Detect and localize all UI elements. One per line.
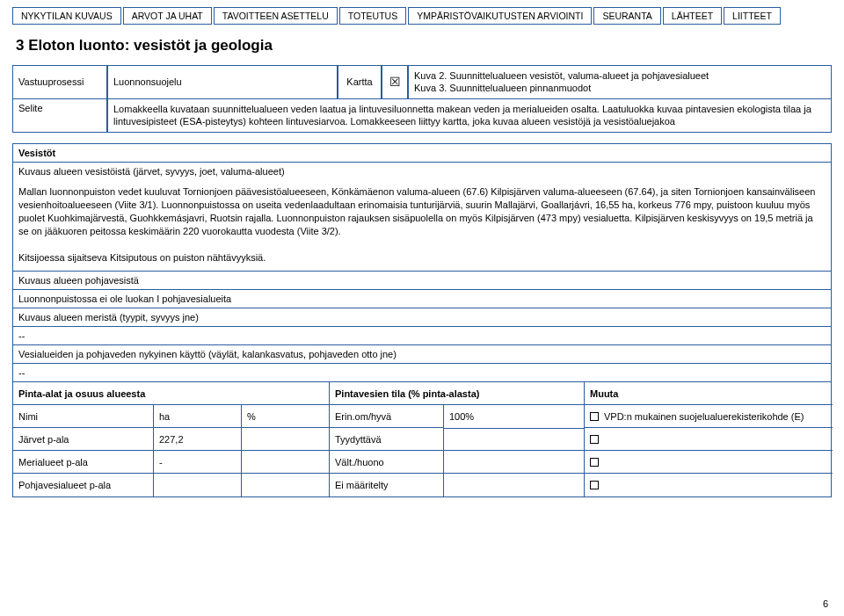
vpd-cell: VPD:n mukainen suojelualuerekisterikohde… <box>585 405 833 428</box>
body-paragraph: Mallan luonnonpuiston vedet kuuluvat Tor… <box>13 180 831 272</box>
meta-row-2: Selite Lomakkeella kuvataan suunnittelua… <box>12 98 832 134</box>
eimaar-val <box>444 474 585 496</box>
body-text-2: Kitsijoessa sijaitseva Kitsiputous on pu… <box>18 252 266 263</box>
tab-bar: NYKYTILAN KUVAUS ARVOT JA UHAT TAVOITTEE… <box>12 7 832 25</box>
tyydy-val <box>444 428 585 451</box>
col-tyydy: Tyydyttävä <box>330 428 444 451</box>
selite-body: Lomakkeella kuvataan suunnittelualueen v… <box>107 98 832 134</box>
vastuu-label: Vastuuprosessi <box>12 65 107 99</box>
tab-arvot[interactable]: ARVOT JA UHAT <box>123 7 212 25</box>
row-pohja-name: Pohjavesialueet p-ala <box>13 474 154 496</box>
merista-body: -- <box>13 327 831 345</box>
tab-lahteet[interactable]: LÄHTEET <box>663 7 722 25</box>
row-meri-ha: - <box>154 451 242 474</box>
col-erin: Erin.om/hyvä <box>330 405 444 428</box>
tab-ymparisto[interactable]: YMPÄRISTÖVAIKUTUSTEN ARVIOINTI <box>408 7 592 25</box>
kuva-refs: Kuva 2. Suunnittelualueen vesistöt, valu… <box>408 65 832 99</box>
pohjavesi-heading: Kuvaus alueen pohjavesistä <box>13 272 831 290</box>
col-ha: ha <box>154 405 242 428</box>
row-jarvet-ha: 227,2 <box>154 428 242 451</box>
kuvaus-subheading: Kuvaus alueen vesistöistä (järvet, syvyy… <box>13 163 831 180</box>
page-number: 6 <box>823 598 828 609</box>
col-nimi: Nimi <box>13 405 154 428</box>
vesialue-body: -- <box>13 364 831 382</box>
checkbox-icon[interactable] <box>590 412 599 421</box>
row-pohja-ha <box>154 474 242 496</box>
tab-seuranta[interactable]: SEURANTA <box>593 7 660 25</box>
row-pohja-pct <box>242 474 330 496</box>
merista-heading: Kuvaus alueen meristä (tyypit, syvyys jn… <box>13 308 831 327</box>
checkbox-3-cell <box>585 451 833 474</box>
main-content-box: Vesistöt Kuvaus alueen vesistöistä (järv… <box>12 143 832 497</box>
data-table: Pinta-alat ja osuus alueesta Pintavesien… <box>13 382 831 496</box>
col-valt: Vält./huono <box>330 451 444 474</box>
pct-100: 100% <box>444 405 585 428</box>
vesialue-heading: Vesialueiden ja pohjaveden nykyinen käyt… <box>13 345 831 364</box>
page-title: 3 Eloton luonto: vesistöt ja geologia <box>16 37 832 54</box>
checkbox-icon[interactable] <box>590 458 599 467</box>
col-eimaar: Ei määritelty <box>330 474 444 496</box>
checkbox-4-cell <box>585 474 833 496</box>
checkbox-icon[interactable] <box>590 481 599 489</box>
meta-row-1: Vastuuprosessi Luonnonsuojelu Kartta ☒ K… <box>12 65 832 99</box>
tab-liitteet[interactable]: LIITTEET <box>724 7 781 25</box>
tab-tavoitteen[interactable]: TAVOITTEEN ASETTELU <box>214 7 338 25</box>
tab-toteutus[interactable]: TOTEUTUS <box>339 7 406 25</box>
pintavesien-heading: Pintavesien tila (% pinta-alasta) <box>330 382 585 405</box>
kartta-label: Kartta <box>338 65 382 99</box>
valt-val <box>444 451 585 474</box>
checkbox-icon[interactable] <box>590 435 599 444</box>
tab-nykytilan[interactable]: NYKYTILAN KUVAUS <box>12 7 121 25</box>
selite-label: Selite <box>12 98 107 134</box>
muuta-heading: Muuta <box>585 382 833 405</box>
vpd-label: VPD:n mukainen suojelualuerekisterikohde… <box>604 411 804 422</box>
checkbox-2-cell <box>585 428 833 451</box>
body-text-1: Mallan luonnonpuiston vedet kuuluvat Tor… <box>18 186 815 236</box>
pohjavesi-body: Luonnonpuistossa ei ole luokan I pohjave… <box>13 290 831 308</box>
col-pct: % <box>242 405 330 428</box>
vastuu-value: Luonnonsuojelu <box>107 65 338 99</box>
row-meri-name: Merialueet p-ala <box>13 451 154 474</box>
vesistot-heading: Vesistöt <box>13 144 831 163</box>
row-meri-pct <box>242 451 330 474</box>
kartta-checkbox[interactable]: ☒ <box>382 65 408 99</box>
row-jarvet-name: Järvet p-ala <box>13 428 154 451</box>
row-jarvet-pct <box>242 428 330 451</box>
pinta-alat-heading: Pinta-alat ja osuus alueesta <box>13 382 330 405</box>
